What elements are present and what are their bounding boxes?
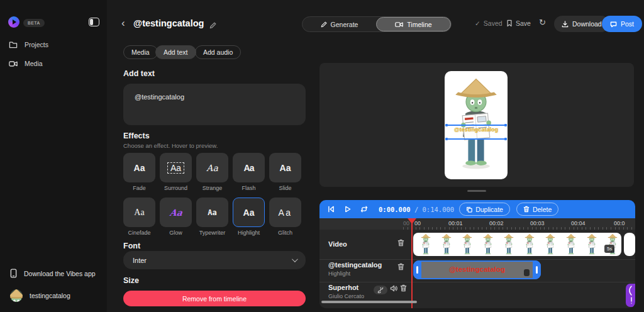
selection-handle[interactable] — [504, 124, 507, 126]
video-thumbnail — [542, 233, 558, 255]
selection-handle[interactable] — [445, 138, 448, 140]
effect-label: Glitch — [269, 230, 301, 236]
saved-label: Saved — [484, 20, 502, 27]
horizontal-scrollbar[interactable] — [321, 301, 417, 303]
loop-button[interactable] — [360, 206, 368, 213]
download-button[interactable]: Download — [554, 16, 609, 32]
mode-toggle: Generate Timeline — [302, 16, 452, 32]
effect-label: Highlight — [233, 230, 265, 236]
delete-label: Delete — [533, 206, 552, 213]
post-bubble-icon — [610, 21, 617, 28]
track-divider — [319, 282, 635, 282]
track-effect-label: Highlight — [328, 270, 350, 277]
timeline-ruler[interactable]: 00 00 00:01 00:02 00:03 00:04 00:0 — [319, 218, 635, 230]
video-thumbnail — [501, 233, 517, 255]
effect-sample: Aa — [280, 163, 291, 173]
clip-duration-badge — [524, 269, 530, 276]
refresh-icon[interactable]: ↻ — [539, 18, 546, 27]
track-name-text: @testingcatalog — [328, 261, 382, 269]
vibes-editor-app: BETA Projects Media Download the Vibes a… — [0, 0, 644, 312]
tab-add-text[interactable]: Add text — [155, 45, 196, 59]
clip-label: @testingcatalog — [414, 265, 540, 273]
download-vibes-app-link[interactable]: Download the Vibes app — [10, 269, 96, 278]
trash-icon[interactable] — [397, 239, 404, 248]
selection-handle[interactable] — [445, 124, 448, 126]
post-button[interactable]: Post — [602, 16, 642, 32]
font-select[interactable]: Inter — [123, 251, 306, 269]
effect-strange[interactable]: Aa Strange — [196, 153, 228, 193]
effect-typewriter[interactable]: Aa Typewriter — [196, 198, 228, 238]
next-video-clip[interactable] — [624, 233, 635, 256]
ruler-label: 00:03 — [530, 220, 545, 226]
remove-from-timeline-button[interactable]: Remove from timeline — [123, 291, 306, 306]
timeline-tracks: Video 5s @testingcatalog Highlight — [319, 230, 635, 308]
sidebar-item-media[interactable]: Media — [9, 60, 43, 67]
ruler-label: 00:0 — [614, 220, 626, 226]
username-label: testingcatalog — [30, 292, 70, 299]
effect-surround[interactable]: Aa Surround — [160, 153, 192, 193]
clip-duration-badge: 5s — [604, 245, 614, 253]
track-name-video: Video — [328, 240, 347, 248]
trash-icon[interactable] — [400, 284, 407, 294]
pencil-icon — [321, 21, 327, 28]
effect-flash[interactable]: Aa Flash — [233, 153, 265, 193]
effect-glow[interactable]: Aa Glow — [160, 198, 192, 238]
timeline-toolbar: 0:00.000 / 0:14.000 Duplicate Delete — [319, 200, 635, 218]
effect-sample: Aa — [244, 163, 254, 173]
timecode-display: 0:00.000 / 0:14.000 — [379, 206, 454, 213]
effect-fade[interactable]: Aa Fade — [123, 153, 155, 193]
tab-add-audio[interactable]: Add audio — [195, 45, 241, 59]
audio-clip[interactable] — [626, 284, 635, 307]
generate-mode-button[interactable]: Generate — [303, 17, 376, 31]
tab-media[interactable]: Media — [123, 45, 158, 59]
delete-button[interactable]: Delete — [516, 203, 558, 216]
link-icon[interactable] — [374, 286, 387, 294]
ruler-label: 00:04 — [571, 220, 586, 226]
effect-slide[interactable]: Aa Slide — [269, 153, 301, 193]
font-heading: Font — [123, 242, 140, 250]
save-button[interactable]: Save — [506, 20, 531, 27]
effect-cinefade[interactable]: Aa Cinefade — [123, 198, 155, 238]
effect-glitch[interactable]: Aa Glitch — [269, 198, 301, 238]
effects-subtitle: Choose an effect. Hover to preview. — [123, 142, 218, 149]
video-thumbnail — [418, 233, 434, 255]
timecode-separator: / — [411, 206, 423, 213]
video-preview-panel: @testingcatalog — [319, 63, 634, 187]
speaker-icon[interactable] — [390, 284, 397, 294]
text-input[interactable]: @testingcatalog — [123, 84, 306, 125]
user-account-row[interactable]: testingcatalog — [10, 289, 70, 302]
character-illustration — [450, 76, 502, 172]
track-divider — [319, 259, 635, 260]
current-time: 0:00.000 — [379, 206, 411, 213]
beta-badge: BETA — [23, 19, 45, 27]
clip-trim-handle-right[interactable] — [533, 260, 541, 279]
generate-label: Generate — [331, 21, 358, 28]
trash-icon[interactable] — [397, 263, 404, 272]
sidebar-item-projects[interactable]: Projects — [9, 41, 48, 48]
folder-icon — [9, 41, 18, 48]
vibes-logo-icon[interactable] — [8, 16, 19, 28]
effect-highlight-selected[interactable]: Aa Highlight — [233, 198, 265, 238]
sidebar-collapse-icon[interactable] — [89, 18, 99, 26]
selection-handle[interactable] — [504, 138, 507, 140]
effect-label: Cinefade — [123, 230, 155, 236]
video-clip[interactable] — [413, 233, 621, 256]
video-camera-icon — [9, 60, 18, 67]
play-button[interactable] — [345, 206, 351, 213]
text-clip-selected[interactable]: @testingcatalog — [413, 260, 541, 279]
video-thumbnail — [584, 233, 600, 255]
skip-to-start-button[interactable] — [328, 206, 335, 213]
text-overlay[interactable]: @testingcatalog — [445, 126, 508, 133]
video-preview-frame[interactable]: @testingcatalog — [445, 71, 508, 179]
trash-icon — [523, 206, 530, 213]
duplicate-button[interactable]: Duplicate — [459, 203, 510, 216]
back-button[interactable]: ‹ — [121, 17, 125, 30]
timeline-mode-button[interactable]: Timeline — [376, 17, 451, 31]
selection-line-top — [446, 125, 506, 126]
edit-title-pencil-icon[interactable] — [209, 20, 216, 31]
effect-sample: Aa — [208, 208, 216, 217]
playhead[interactable] — [411, 218, 413, 308]
panel-resize-handle[interactable] — [467, 190, 486, 192]
duplicate-label: Duplicate — [475, 206, 503, 213]
effects-heading: Effects — [123, 131, 150, 140]
